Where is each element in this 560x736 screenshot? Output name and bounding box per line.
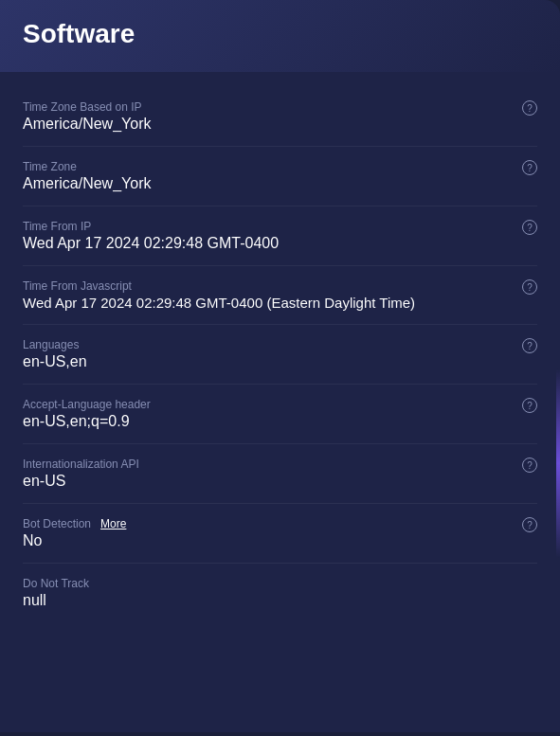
value-i18n-api: en-US xyxy=(23,473,522,490)
row-accept-language: Accept-Language headeren-US,en;q=0.9? xyxy=(23,385,537,444)
label-timezone-ip: Time Zone Based on IP xyxy=(23,100,522,114)
value-timezone-ip: America/New_York xyxy=(23,116,522,133)
label-time-from-ip: Time From IP xyxy=(23,220,522,233)
label-timezone: Time Zone xyxy=(23,160,522,173)
help-icon-timezone-ip[interactable]: ? xyxy=(522,100,537,116)
help-icon-languages[interactable]: ? xyxy=(522,338,537,353)
value-timezone: America/New_York xyxy=(23,175,522,192)
label-time-from-js: Time From Javascript xyxy=(23,279,522,293)
value-time-from-ip: Wed Apr 17 2024 02:29:48 GMT-0400 xyxy=(23,235,522,252)
label-languages: Languages xyxy=(23,338,522,351)
row-i18n-api: Internationalization APIen-US? xyxy=(23,444,537,504)
label-bot-detection: Bot DetectionMore xyxy=(23,517,522,530)
help-icon-accept-language[interactable]: ? xyxy=(522,398,537,413)
value-languages: en-US,en xyxy=(23,353,522,370)
row-do-not-track: Do Not Tracknull xyxy=(23,564,537,622)
help-icon-bot-detection[interactable]: ? xyxy=(522,517,537,532)
row-time-from-ip: Time From IPWed Apr 17 2024 02:29:48 GMT… xyxy=(23,206,537,266)
row-time-from-js: Time From JavascriptWed Apr 17 2024 02:2… xyxy=(23,266,537,325)
help-icon-i18n-api[interactable]: ? xyxy=(522,458,537,473)
label-i18n-api: Internationalization API xyxy=(23,458,522,471)
more-link-bot-detection[interactable]: More xyxy=(100,517,126,530)
value-bot-detection: No xyxy=(23,532,522,549)
decorative-line xyxy=(556,368,560,558)
value-accept-language: en-US,en;q=0.9 xyxy=(23,413,522,430)
label-do-not-track: Do Not Track xyxy=(23,577,537,590)
help-icon-timezone[interactable]: ? xyxy=(522,160,537,175)
value-time-from-js: Wed Apr 17 2024 02:29:48 GMT-0400 (Easte… xyxy=(23,295,522,311)
label-accept-language: Accept-Language header xyxy=(23,398,522,411)
value-do-not-track: null xyxy=(23,592,537,609)
header: Software xyxy=(0,0,560,72)
help-icon-time-from-ip[interactable]: ? xyxy=(522,220,537,235)
content-area: Time Zone Based on IPAmerica/New_York?Ti… xyxy=(0,72,560,732)
help-icon-time-from-js[interactable]: ? xyxy=(522,279,537,295)
row-timezone: Time ZoneAmerica/New_York? xyxy=(23,147,537,206)
row-bot-detection: Bot DetectionMoreNo? xyxy=(23,504,537,564)
row-languages: Languagesen-US,en? xyxy=(23,325,537,385)
page-title: Software xyxy=(23,19,537,49)
row-timezone-ip: Time Zone Based on IPAmerica/New_York? xyxy=(23,87,537,147)
